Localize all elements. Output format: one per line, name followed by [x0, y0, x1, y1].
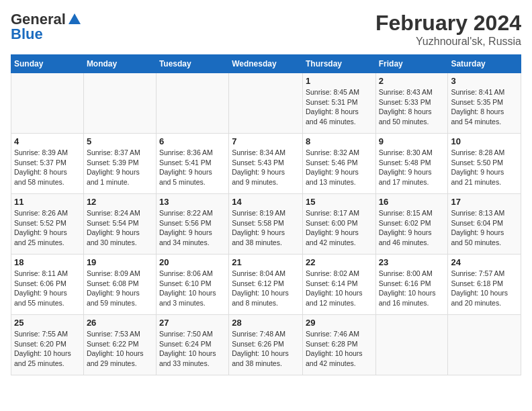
- calendar-cell: 23Sunrise: 8:00 AM Sunset: 6:16 PM Dayli…: [375, 255, 448, 315]
- calendar-cell: 11Sunrise: 8:26 AM Sunset: 5:52 PM Dayli…: [11, 194, 84, 255]
- day-info: Sunrise: 7:57 AM Sunset: 6:18 PM Dayligh…: [451, 269, 518, 308]
- day-info: Sunrise: 8:17 AM Sunset: 6:00 PM Dayligh…: [306, 208, 373, 248]
- day-info: Sunrise: 7:53 AM Sunset: 6:22 PM Dayligh…: [87, 329, 153, 369]
- calendar-cell: 21Sunrise: 8:04 AM Sunset: 6:12 PM Dayli…: [229, 255, 303, 315]
- day-number: 7: [232, 136, 300, 146]
- calendar-table: SundayMondayTuesdayWednesdayThursdayFrid…: [11, 54, 521, 375]
- calendar-cell: 5Sunrise: 8:37 AM Sunset: 5:39 PM Daylig…: [83, 134, 156, 194]
- calendar-cell: 13Sunrise: 8:22 AM Sunset: 5:56 PM Dayli…: [156, 194, 228, 255]
- calendar-cell: 15Sunrise: 8:17 AM Sunset: 6:00 PM Dayli…: [302, 194, 375, 255]
- header-thursday: Thursday: [302, 55, 375, 73]
- calendar-cell: 12Sunrise: 8:24 AM Sunset: 5:54 PM Dayli…: [83, 194, 156, 255]
- calendar-cell: 6Sunrise: 8:36 AM Sunset: 5:41 PM Daylig…: [156, 134, 228, 194]
- calendar-cell: 28Sunrise: 7:48 AM Sunset: 6:26 PM Dayli…: [229, 315, 303, 375]
- day-number: 27: [159, 318, 226, 328]
- calendar-cell: 26Sunrise: 7:53 AM Sunset: 6:22 PM Dayli…: [83, 315, 156, 375]
- header-row: SundayMondayTuesdayWednesdayThursdayFrid…: [11, 55, 521, 73]
- calendar-cell: [83, 73, 156, 134]
- calendar-cell: 10Sunrise: 8:28 AM Sunset: 5:50 PM Dayli…: [448, 134, 521, 194]
- day-info: Sunrise: 8:26 AM Sunset: 5:52 PM Dayligh…: [14, 208, 81, 248]
- day-info: Sunrise: 8:41 AM Sunset: 5:35 PM Dayligh…: [451, 87, 518, 127]
- logo: General Blue: [11, 11, 82, 43]
- header-wednesday: Wednesday: [229, 55, 303, 73]
- day-number: 14: [232, 197, 300, 207]
- day-number: 12: [87, 197, 153, 207]
- day-number: 18: [14, 257, 81, 267]
- day-info: Sunrise: 8:24 AM Sunset: 5:54 PM Dayligh…: [87, 208, 153, 248]
- day-info: Sunrise: 8:22 AM Sunset: 5:56 PM Dayligh…: [159, 208, 226, 248]
- calendar-cell: 9Sunrise: 8:30 AM Sunset: 5:48 PM Daylig…: [375, 134, 448, 194]
- calendar-cell: 4Sunrise: 8:39 AM Sunset: 5:37 PM Daylig…: [11, 134, 84, 194]
- day-number: 10: [451, 136, 518, 146]
- day-info: Sunrise: 8:15 AM Sunset: 6:02 PM Dayligh…: [379, 208, 445, 248]
- day-number: 9: [379, 136, 445, 146]
- calendar-cell: 20Sunrise: 8:06 AM Sunset: 6:10 PM Dayli…: [156, 255, 228, 315]
- calendar-cell: 1Sunrise: 8:45 AM Sunset: 5:31 PM Daylig…: [302, 73, 375, 134]
- calendar-cell: [229, 73, 303, 134]
- day-number: 16: [379, 197, 445, 207]
- day-info: Sunrise: 8:28 AM Sunset: 5:50 PM Dayligh…: [451, 148, 518, 187]
- day-number: 21: [232, 257, 300, 267]
- day-info: Sunrise: 8:34 AM Sunset: 5:43 PM Dayligh…: [232, 148, 300, 187]
- day-info: Sunrise: 8:32 AM Sunset: 5:46 PM Dayligh…: [306, 148, 373, 187]
- day-number: 25: [14, 318, 81, 328]
- calendar-cell: [156, 73, 228, 134]
- header-friday: Friday: [375, 55, 448, 73]
- day-info: Sunrise: 8:09 AM Sunset: 6:08 PM Dayligh…: [87, 269, 153, 308]
- main-title: February 2024: [375, 11, 521, 36]
- day-info: Sunrise: 8:30 AM Sunset: 5:48 PM Dayligh…: [379, 148, 445, 187]
- day-info: Sunrise: 8:02 AM Sunset: 6:14 PM Dayligh…: [306, 269, 373, 308]
- day-info: Sunrise: 8:43 AM Sunset: 5:33 PM Dayligh…: [379, 87, 445, 127]
- title-section: February 2024 Yuzhnoural'sk, Russia: [375, 11, 521, 48]
- calendar-cell: [11, 73, 84, 134]
- calendar-cell: [375, 315, 448, 375]
- day-number: 19: [87, 257, 153, 267]
- week-row-2: 4Sunrise: 8:39 AM Sunset: 5:37 PM Daylig…: [11, 134, 521, 194]
- day-info: Sunrise: 8:04 AM Sunset: 6:12 PM Dayligh…: [232, 269, 300, 308]
- day-number: 6: [159, 136, 226, 146]
- day-number: 15: [306, 197, 373, 207]
- calendar-cell: 7Sunrise: 8:34 AM Sunset: 5:43 PM Daylig…: [229, 134, 303, 194]
- day-number: 23: [379, 257, 445, 267]
- day-number: 28: [232, 318, 300, 328]
- week-row-3: 11Sunrise: 8:26 AM Sunset: 5:52 PM Dayli…: [11, 194, 521, 255]
- day-number: 4: [14, 136, 81, 146]
- logo-icon: [67, 12, 82, 27]
- logo-blue: Blue: [11, 26, 43, 43]
- day-number: 26: [87, 318, 153, 328]
- calendar-cell: 8Sunrise: 8:32 AM Sunset: 5:46 PM Daylig…: [302, 134, 375, 194]
- day-info: Sunrise: 8:45 AM Sunset: 5:31 PM Dayligh…: [306, 87, 373, 127]
- calendar-cell: 16Sunrise: 8:15 AM Sunset: 6:02 PM Dayli…: [375, 194, 448, 255]
- day-number: 11: [14, 197, 81, 207]
- subtitle: Yuzhnoural'sk, Russia: [375, 36, 521, 48]
- day-number: 13: [159, 197, 226, 207]
- day-number: 8: [306, 136, 373, 146]
- svg-marker-0: [69, 13, 81, 24]
- day-number: 20: [159, 257, 226, 267]
- header-monday: Monday: [83, 55, 156, 73]
- day-info: Sunrise: 7:50 AM Sunset: 6:24 PM Dayligh…: [159, 329, 226, 369]
- calendar-cell: 25Sunrise: 7:55 AM Sunset: 6:20 PM Dayli…: [11, 315, 84, 375]
- calendar-cell: 29Sunrise: 7:46 AM Sunset: 6:28 PM Dayli…: [302, 315, 375, 375]
- day-info: Sunrise: 7:48 AM Sunset: 6:26 PM Dayligh…: [232, 329, 300, 369]
- day-number: 1: [306, 76, 373, 86]
- header-tuesday: Tuesday: [156, 55, 228, 73]
- day-number: 2: [379, 76, 445, 86]
- day-number: 24: [451, 257, 518, 267]
- day-number: 17: [451, 197, 518, 207]
- day-number: 5: [87, 136, 153, 146]
- week-row-5: 25Sunrise: 7:55 AM Sunset: 6:20 PM Dayli…: [11, 315, 521, 375]
- day-info: Sunrise: 8:00 AM Sunset: 6:16 PM Dayligh…: [379, 269, 445, 308]
- calendar-cell: 3Sunrise: 8:41 AM Sunset: 5:35 PM Daylig…: [448, 73, 521, 134]
- day-number: 3: [451, 76, 518, 86]
- day-info: Sunrise: 8:37 AM Sunset: 5:39 PM Dayligh…: [87, 148, 153, 187]
- day-info: Sunrise: 7:55 AM Sunset: 6:20 PM Dayligh…: [14, 329, 81, 369]
- calendar-cell: 18Sunrise: 8:11 AM Sunset: 6:06 PM Dayli…: [11, 255, 84, 315]
- week-row-4: 18Sunrise: 8:11 AM Sunset: 6:06 PM Dayli…: [11, 255, 521, 315]
- calendar-cell: [448, 315, 521, 375]
- header-sunday: Sunday: [11, 55, 84, 73]
- day-info: Sunrise: 8:19 AM Sunset: 5:58 PM Dayligh…: [232, 208, 300, 248]
- calendar-cell: 22Sunrise: 8:02 AM Sunset: 6:14 PM Dayli…: [302, 255, 375, 315]
- day-info: Sunrise: 8:13 AM Sunset: 6:04 PM Dayligh…: [451, 208, 518, 248]
- calendar-cell: 14Sunrise: 8:19 AM Sunset: 5:58 PM Dayli…: [229, 194, 303, 255]
